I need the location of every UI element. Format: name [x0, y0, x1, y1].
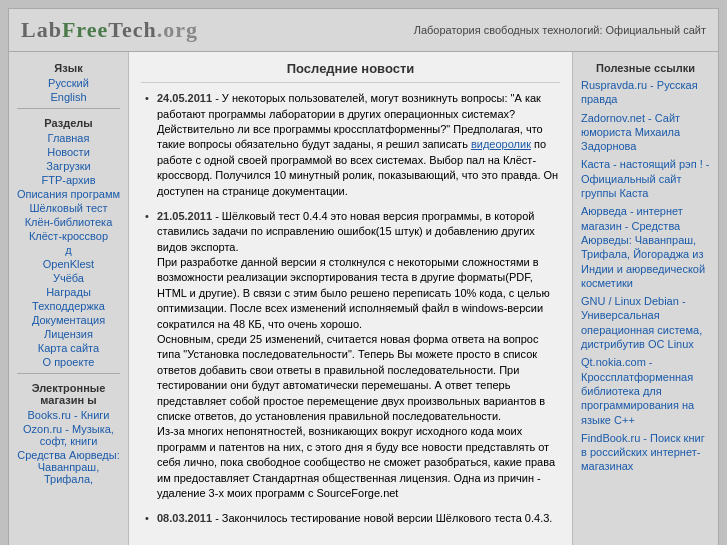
sidebar-item-sitemap[interactable]: Карта сайта [9, 341, 128, 355]
right-link-ruspravda[interactable]: Ruspravda.ru - Русская правда [573, 76, 718, 109]
right-title: Полезные ссылки [573, 58, 718, 76]
sidebar-item-downloads[interactable]: Загрузки [9, 159, 128, 173]
news-date-1: 24.05.2011 [157, 92, 212, 104]
sidebar-item-awards[interactable]: Награды [9, 285, 128, 299]
sidebar-item-descriptions[interactable]: Описания программ [9, 187, 128, 201]
sidebar-item-d[interactable]: д [9, 243, 128, 257]
news-link-video[interactable]: видеоролик [471, 138, 531, 150]
news-item-1: 24.05.2011 - У некоторых пользователей, … [141, 91, 560, 199]
main-title: Последние новости [141, 60, 560, 83]
right-sidebar: Полезные ссылки Ruspravda.ru - Русская п… [573, 52, 718, 545]
sidebar-item-docs[interactable]: Документация [9, 313, 128, 327]
sidebar-link-english[interactable]: English [9, 90, 128, 104]
sidebar-item-home[interactable]: Главная [9, 131, 128, 145]
right-link-qt[interactable]: Qt.nokia.com - Кросcплатформенная библио… [573, 353, 718, 428]
news-date-2: 21.05.2011 [157, 210, 212, 222]
content-area: Язык Русский English Разделы Главная Нов… [9, 52, 718, 545]
news-item-3: 08.03.2011 - Закончилось тестирование но… [141, 511, 560, 526]
site-logo[interactable]: LabFreeTech.org [21, 17, 198, 43]
left-sidebar: Язык Русский English Разделы Главная Нов… [9, 52, 129, 545]
sidebar-divider-2 [17, 373, 120, 374]
sidebar-link-russian[interactable]: Русский [9, 76, 128, 90]
right-link-findbook[interactable]: FindBook.ru - Поиск книг в российских ин… [573, 429, 718, 476]
sidebar-item-openklest[interactable]: OpenKlest [9, 257, 128, 271]
sidebar-item-klest[interactable]: Клёст-кроссвор [9, 229, 128, 243]
sidebar-divider-1 [17, 108, 120, 109]
news-item-2: 21.05.2011 - Шёлковый тест 0.4.4 это нов… [141, 209, 560, 501]
sections-title: Разделы [9, 113, 128, 131]
sidebar-item-study[interactable]: Учёба [9, 271, 128, 285]
sidebar-shop-ayurveda[interactable]: Средства Аюрведы: Чаванпраш, Трифала, [9, 448, 128, 486]
sidebar-item-klen[interactable]: Клён-библиотека [9, 215, 128, 229]
sidebar-shop-books[interactable]: Books.ru - Книги [9, 408, 128, 422]
sidebar-item-silktest[interactable]: Шёлковый тест [9, 201, 128, 215]
sidebar-item-news[interactable]: Новости [9, 145, 128, 159]
news-text-3: - Закончилось тестирование новой версии … [215, 512, 552, 524]
right-link-kasta[interactable]: Каста - настоящий рэп ! - Официальный са… [573, 155, 718, 202]
news-text-1: - У некоторых пользователей, могут возни… [157, 92, 558, 196]
header: LabFreeTech.org Лаборатория свободных те… [9, 9, 718, 52]
sidebar-item-about[interactable]: О проекте [9, 355, 128, 369]
news-date-3: 08.03.2011 [157, 512, 212, 524]
sidebar-item-ftp[interactable]: FTP-архив [9, 173, 128, 187]
shop-section-title: Электронные магазин ы [9, 378, 128, 408]
right-link-zadornov[interactable]: Zadornov.net - Сайт юмориста Михаила Зад… [573, 109, 718, 156]
lang-section-title: Язык [9, 58, 128, 76]
site-subtitle: Лаборатория свободных технологий: Официа… [414, 24, 706, 36]
right-link-ayurveda[interactable]: Аюрведа - интернет магазин - Средства Аю… [573, 202, 718, 292]
sidebar-item-license[interactable]: Лицензия [9, 327, 128, 341]
sidebar-shop-ozon[interactable]: Ozon.ru - Музыка, софт, книги [9, 422, 128, 448]
main-content: Последние новости 24.05.2011 - У некотор… [129, 52, 573, 545]
sidebar-item-support[interactable]: Техподдержка [9, 299, 128, 313]
news-text-2: - Шёлковый тест 0.4.4 это новая версия п… [157, 210, 555, 499]
right-link-debian[interactable]: GNU / Linux Debian - Универсальная опера… [573, 292, 718, 353]
